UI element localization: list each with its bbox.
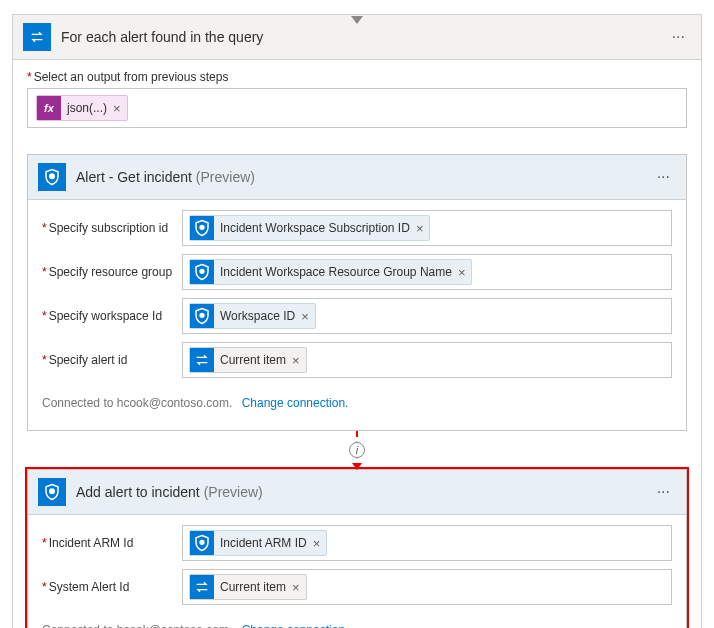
json-token[interactable]: fx json(...) × xyxy=(36,95,128,121)
svg-point-2 xyxy=(200,269,204,273)
shield-icon xyxy=(38,478,66,506)
add-alert-title: Add alert to incident (Preview) xyxy=(76,484,651,500)
loop-icon xyxy=(190,575,214,599)
remove-token-button[interactable]: × xyxy=(292,353,306,368)
remove-token-button[interactable]: × xyxy=(292,580,306,595)
change-connection-link[interactable]: Change connection. xyxy=(242,623,349,628)
remove-token-button[interactable]: × xyxy=(416,221,430,236)
output-label: *Select an output from previous steps xyxy=(27,70,687,84)
change-connection-link[interactable]: Change connection. xyxy=(242,396,349,410)
loop-icon xyxy=(190,348,214,372)
add-alert-menu-button[interactable]: ··· xyxy=(651,483,676,501)
svg-point-4 xyxy=(50,489,55,494)
connection-status: Connected to hcook@contoso.com. Change c… xyxy=(42,386,672,416)
remove-token-button[interactable]: × xyxy=(301,309,315,324)
add-alert-header[interactable]: Add alert to incident (Preview) ··· xyxy=(28,470,686,515)
resource-group-token[interactable]: Incident Workspace Resource Group Name × xyxy=(189,259,472,285)
shield-icon xyxy=(190,216,214,240)
get-incident-menu-button[interactable]: ··· xyxy=(651,168,676,186)
info-icon[interactable]: i xyxy=(349,442,365,458)
foreach-card: For each alert found in the query ··· *S… xyxy=(12,14,702,628)
workspace-label: *Specify workspace Id xyxy=(42,309,182,323)
output-input[interactable]: fx json(...) × xyxy=(27,88,687,128)
system-alert-input[interactable]: Current item × xyxy=(182,569,672,605)
svg-point-5 xyxy=(200,540,204,544)
shield-icon xyxy=(190,304,214,328)
fx-icon: fx xyxy=(37,96,61,120)
subscription-label: *Specify subscription id xyxy=(42,221,182,235)
workspace-input[interactable]: Workspace ID × xyxy=(182,298,672,334)
incident-arm-label: *Incident ARM Id xyxy=(42,536,182,550)
incident-arm-input[interactable]: Incident ARM ID × xyxy=(182,525,672,561)
alert-id-input[interactable]: Current item × xyxy=(182,342,672,378)
get-incident-card: Alert - Get incident (Preview) ··· *Spec… xyxy=(27,154,687,431)
svg-point-0 xyxy=(50,174,55,179)
system-alert-label: *System Alert Id xyxy=(42,580,182,594)
remove-token-button[interactable]: × xyxy=(313,536,327,551)
subscription-token[interactable]: Incident Workspace Subscription ID × xyxy=(189,215,430,241)
loop-icon xyxy=(23,23,51,51)
workspace-token[interactable]: Workspace ID × xyxy=(189,303,316,329)
foreach-menu-button[interactable]: ··· xyxy=(666,28,691,46)
svg-point-1 xyxy=(200,225,204,229)
alert-id-label: *Specify alert id xyxy=(42,353,182,367)
shield-icon xyxy=(190,260,214,284)
subscription-input[interactable]: Incident Workspace Subscription ID × xyxy=(182,210,672,246)
resource-group-input[interactable]: Incident Workspace Resource Group Name × xyxy=(182,254,672,290)
connection-status: Connected to hcook@contoso.com. Change c… xyxy=(42,613,672,628)
shield-icon xyxy=(190,531,214,555)
connector-get-to-add: i xyxy=(13,431,701,469)
foreach-title: For each alert found in the query xyxy=(61,29,666,45)
incoming-arrow-icon xyxy=(351,16,363,24)
svg-point-3 xyxy=(200,313,204,317)
get-incident-header[interactable]: Alert - Get incident (Preview) ··· xyxy=(28,155,686,200)
shield-icon xyxy=(38,163,66,191)
incident-arm-token[interactable]: Incident ARM ID × xyxy=(189,530,327,556)
resource-group-label: *Specify resource group xyxy=(42,265,182,279)
remove-json-token-button[interactable]: × xyxy=(113,101,127,116)
add-alert-highlight: Add alert to incident (Preview) ··· *Inc… xyxy=(25,467,689,628)
add-alert-card: Add alert to incident (Preview) ··· *Inc… xyxy=(27,469,687,628)
current-item-token[interactable]: Current item × xyxy=(189,347,307,373)
current-item-token[interactable]: Current item × xyxy=(189,574,307,600)
remove-token-button[interactable]: × xyxy=(458,265,472,280)
get-incident-title: Alert - Get incident (Preview) xyxy=(76,169,651,185)
